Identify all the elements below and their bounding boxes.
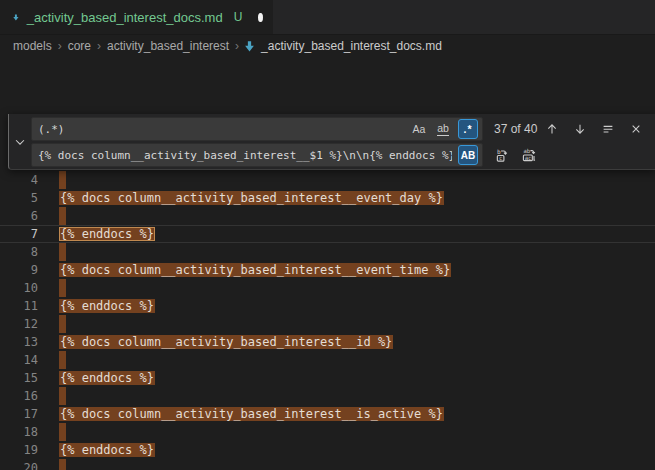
editor-line[interactable]: 6 <box>0 207 655 225</box>
line-number: 19 <box>0 441 38 459</box>
editor-line[interactable]: 5{% docs column__activity_based_interest… <box>0 189 655 207</box>
close-find-button[interactable] <box>626 120 645 139</box>
toggle-replace-button[interactable] <box>9 114 31 169</box>
line-number: 18 <box>0 423 38 441</box>
breadcrumb-item-file[interactable]: _activity_based_interest_docs.md <box>243 39 442 53</box>
breadcrumb-item-core[interactable]: core <box>66 39 93 53</box>
arrow-up-icon <box>545 122 559 136</box>
editor-line[interactable]: 19{% enddocs %} <box>0 441 655 459</box>
code-text: {% docs column__activity_based_interest_… <box>59 189 444 207</box>
line-number: 17 <box>0 405 38 423</box>
code-text: {% docs column__activity_based_interest_… <box>59 405 444 423</box>
line-number: 6 <box>0 207 38 225</box>
code-text <box>59 387 66 405</box>
replace-row: AB b c ab <box>31 143 649 167</box>
code-text <box>59 423 66 441</box>
editor-line[interactable]: 11{% enddocs %} <box>0 297 655 315</box>
find-match-highlight <box>59 351 66 369</box>
regex-toggle[interactable]: .* <box>458 119 478 139</box>
editor-line[interactable]: 10 <box>0 279 655 297</box>
editor-line[interactable]: 9{% docs column__activity_based_interest… <box>0 261 655 279</box>
find-match-highlight: {% docs column__activity_based_interest_… <box>59 191 444 205</box>
unsaved-changes-dot[interactable] <box>258 13 263 22</box>
find-match-highlight <box>59 279 66 297</box>
editor-line[interactable]: 12 <box>0 315 655 333</box>
find-match-highlight <box>59 459 66 470</box>
find-match-highlight <box>59 423 66 441</box>
code-text: {% enddocs %} <box>59 441 155 459</box>
find-match-highlight: {% docs column__activity_based_interest_… <box>59 263 451 277</box>
line-number: 7 <box>0 225 38 243</box>
find-match-highlight: {% docs column__activity_based_interest_… <box>59 407 444 421</box>
find-match-highlight <box>59 387 66 405</box>
line-number: 13 <box>0 333 38 351</box>
replace-one-button[interactable]: b c <box>493 146 512 165</box>
find-match-highlight <box>59 243 66 261</box>
svg-text:ac: ac <box>525 154 532 160</box>
editor-line[interactable]: 18 <box>0 423 655 441</box>
editor-pane: Aa ab .* 37 of 40 <box>0 57 655 470</box>
svg-text:c: c <box>499 155 502 161</box>
editor-line[interactable]: 14 <box>0 351 655 369</box>
breadcrumb-item-activity-based-interest[interactable]: activity_based_interest <box>105 39 231 53</box>
find-in-selection-button[interactable] <box>598 120 617 139</box>
breadcrumb-file-label: _activity_based_interest_docs.md <box>261 39 442 53</box>
line-number: 9 <box>0 261 38 279</box>
match-case-toggle[interactable]: Aa <box>409 119 429 139</box>
code-text: {% enddocs %} <box>59 297 155 315</box>
find-match-highlight <box>59 171 66 189</box>
svg-text:b: b <box>497 148 501 155</box>
code-text: {% enddocs %} <box>59 369 155 387</box>
tab-active-file[interactable]: _activity_based_interest_docs.md U <box>0 0 273 34</box>
find-match-highlight: {% enddocs %} <box>59 299 155 313</box>
line-number: 20 <box>0 459 38 470</box>
line-number: 12 <box>0 315 38 333</box>
code-text <box>59 207 66 225</box>
breadcrumb-separator-icon: › <box>96 39 102 53</box>
code-text <box>59 243 66 261</box>
chevron-down-icon <box>13 135 27 149</box>
editor-line[interactable]: 7{% enddocs %} <box>0 225 655 243</box>
editor-line[interactable]: 20 <box>0 459 655 470</box>
line-number: 8 <box>0 243 38 261</box>
markdown-file-icon <box>12 10 20 25</box>
replace-all-icon: ab ac <box>522 148 537 163</box>
find-match-highlight: {% docs column__activity_based_interest_… <box>59 335 393 349</box>
match-count: 37 of 40 <box>494 122 537 136</box>
find-match-highlight <box>59 315 66 333</box>
editor-line[interactable]: 16 <box>0 387 655 405</box>
next-match-button[interactable] <box>570 120 589 139</box>
code-text <box>59 459 66 470</box>
editor-line[interactable]: 8 <box>0 243 655 261</box>
breadcrumb-separator-icon: › <box>234 39 240 53</box>
line-number: 15 <box>0 369 38 387</box>
editor-line[interactable]: 17{% docs column__activity_based_interes… <box>0 405 655 423</box>
find-row: Aa ab .* 37 of 40 <box>31 117 649 141</box>
code-text: {% enddocs %} <box>59 225 155 243</box>
find-match-current: {% enddocs %} <box>59 227 155 241</box>
preserve-case-toggle[interactable]: AB <box>458 145 478 165</box>
editor-line[interactable]: 13{% docs column__activity_based_interes… <box>0 333 655 351</box>
markdown-file-icon <box>243 40 256 53</box>
code-text <box>59 279 66 297</box>
whole-word-toggle[interactable]: ab <box>433 119 453 139</box>
selection-icon <box>601 122 615 136</box>
tab-title: _activity_based_interest_docs.md <box>27 10 223 25</box>
code-text <box>59 315 66 333</box>
replace-input[interactable] <box>31 143 483 167</box>
code-text: {% docs column__activity_based_interest_… <box>59 261 451 279</box>
line-number: 4 <box>0 171 38 189</box>
close-icon <box>629 122 643 136</box>
code-text: {% docs column__activity_based_interest_… <box>59 333 393 351</box>
find-match-highlight: {% enddocs %} <box>59 371 155 385</box>
replace-all-button[interactable]: ab ac <box>520 146 539 165</box>
editor-line[interactable]: 15{% enddocs %} <box>0 369 655 387</box>
code-text <box>59 351 66 369</box>
previous-match-button[interactable] <box>542 120 561 139</box>
line-number: 5 <box>0 189 38 207</box>
line-number: 14 <box>0 351 38 369</box>
breadcrumb-item-models[interactable]: models <box>11 39 54 53</box>
line-number: 10 <box>0 279 38 297</box>
arrow-down-icon <box>573 122 587 136</box>
editor-line[interactable]: 4 <box>0 171 655 189</box>
